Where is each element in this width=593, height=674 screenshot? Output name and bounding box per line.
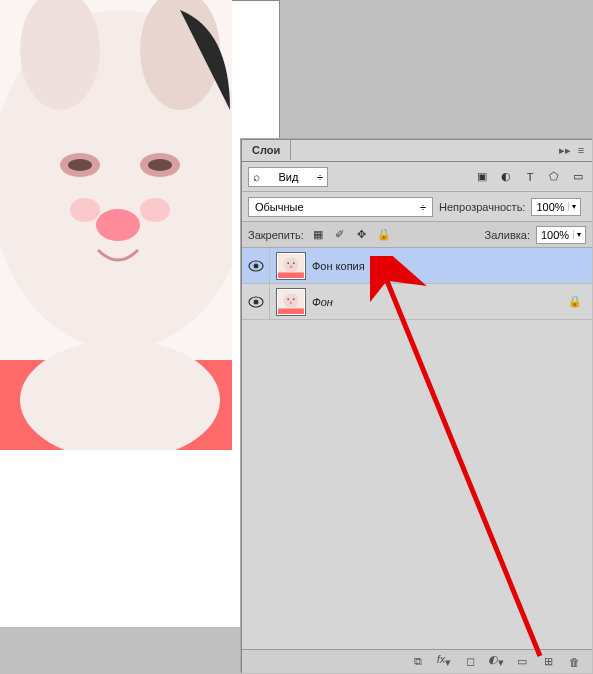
- svg-point-5: [68, 159, 92, 171]
- filter-smart-icon[interactable]: ▭: [570, 169, 586, 185]
- svg-point-22: [253, 299, 258, 304]
- layer-row[interactable]: Фон копия: [242, 248, 592, 284]
- blend-toolbar: Обычные ÷ Непрозрачность: 100% ▾: [242, 192, 592, 222]
- layers-list: Фон копия Фон 🔒: [242, 248, 592, 320]
- svg-rect-24: [278, 308, 304, 314]
- lock-transparency-icon[interactable]: ▦: [310, 227, 326, 243]
- group-icon[interactable]: ▭: [514, 655, 530, 668]
- svg-point-11: [70, 198, 100, 222]
- filter-toolbar: ⌕ Вид ÷ ▣ ◐ T ⬠ ▭: [242, 162, 592, 192]
- filter-text-icon[interactable]: T: [522, 169, 538, 185]
- fill-label: Заливка:: [485, 229, 530, 241]
- new-layer-icon[interactable]: ⊞: [540, 655, 556, 668]
- svg-point-12: [140, 198, 170, 222]
- svg-point-26: [287, 298, 289, 300]
- svg-point-7: [96, 209, 140, 241]
- blend-mode-select[interactable]: Обычные ÷: [248, 197, 433, 217]
- filter-kind-label: Вид: [279, 171, 299, 183]
- adjustment-layer-icon[interactable]: ◐▾: [488, 653, 504, 669]
- lock-toolbar: Закрепить: ▦ ✐ ✥ 🔒 Заливка: 100% ▾: [242, 222, 592, 248]
- fill-value: 100%: [541, 229, 569, 241]
- dropdown-arrows-icon: ÷: [317, 171, 323, 183]
- layer-name: Фон копия: [312, 260, 365, 272]
- panel-menu-icon[interactable]: ≡: [574, 143, 588, 157]
- document-image[interactable]: [0, 0, 232, 450]
- panel-tabs: Слои ▸▸ ≡: [242, 140, 592, 162]
- trash-icon[interactable]: 🗑: [566, 656, 582, 668]
- layer-name: Фон: [312, 296, 333, 308]
- lock-pixels-icon[interactable]: ✐: [332, 227, 348, 243]
- svg-rect-16: [278, 272, 304, 278]
- chevron-down-icon: ▾: [573, 230, 581, 239]
- lock-label: Закрепить:: [248, 229, 304, 241]
- blend-mode-value: Обычные: [255, 201, 304, 213]
- layer-fx-icon[interactable]: fx▾: [436, 653, 452, 669]
- tab-layers[interactable]: Слои: [242, 140, 291, 160]
- panel-footer: ⧉ fx▾ ◻ ◐▾ ▭ ⊞ 🗑: [242, 649, 592, 673]
- svg-point-19: [293, 262, 295, 264]
- eye-icon: [248, 260, 264, 272]
- link-layers-icon[interactable]: ⧉: [410, 655, 426, 668]
- layer-row[interactable]: Фон 🔒: [242, 284, 592, 320]
- opacity-label: Непрозрачность:: [439, 201, 525, 213]
- opacity-value: 100%: [536, 201, 564, 213]
- cat-image: [0, 0, 232, 450]
- expand-icon[interactable]: ▸▸: [558, 143, 572, 157]
- svg-point-25: [284, 293, 299, 308]
- filter-shape-icon[interactable]: ⬠: [546, 169, 562, 185]
- svg-point-14: [253, 263, 258, 268]
- layer-mask-icon[interactable]: ◻: [462, 655, 478, 668]
- eye-icon: [248, 296, 264, 308]
- lock-all-icon[interactable]: 🔒: [376, 227, 392, 243]
- fill-input[interactable]: 100% ▾: [536, 226, 586, 244]
- layers-panel: Слои ▸▸ ≡ ⌕ Вид ÷ ▣ ◐ T ⬠ ▭ Обычные ÷ Не…: [241, 139, 592, 673]
- filter-kind-select[interactable]: ⌕ Вид ÷: [248, 167, 328, 187]
- dropdown-arrows-icon: ÷: [420, 201, 426, 213]
- layer-thumbnail[interactable]: [276, 252, 306, 280]
- svg-point-20: [290, 265, 293, 268]
- svg-point-17: [284, 257, 299, 272]
- svg-point-18: [287, 262, 289, 264]
- svg-point-27: [293, 298, 295, 300]
- lock-icon: 🔒: [568, 295, 582, 308]
- filter-pixel-icon[interactable]: ▣: [474, 169, 490, 185]
- svg-point-6: [148, 159, 172, 171]
- chevron-down-icon: ▾: [568, 202, 576, 211]
- lock-position-icon[interactable]: ✥: [354, 227, 370, 243]
- svg-point-28: [290, 301, 293, 304]
- visibility-toggle[interactable]: [242, 284, 270, 319]
- visibility-toggle[interactable]: [242, 248, 270, 283]
- layer-thumbnail[interactable]: [276, 288, 306, 316]
- opacity-input[interactable]: 100% ▾: [531, 198, 581, 216]
- filter-adjust-icon[interactable]: ◐: [498, 169, 514, 185]
- search-icon: ⌕: [253, 170, 260, 184]
